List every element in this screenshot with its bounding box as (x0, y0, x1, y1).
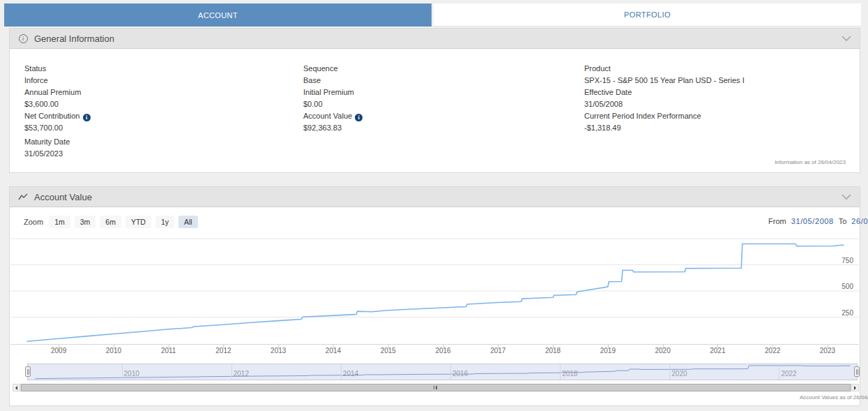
navigator-tick-label: 2012 (234, 370, 249, 378)
zoom-button-1y[interactable]: 1y (155, 216, 174, 228)
tab-bar: ACCOUNT PORTFOLIO (4, 3, 861, 27)
field-net-contribution: Net Contributioni $53,700.00 (24, 110, 303, 133)
field-label: Initial Premium (303, 87, 584, 98)
y-axis-tick-label: 500 (842, 283, 853, 290)
field-label: Annual Premium (24, 87, 303, 98)
zoom-button-3m[interactable]: 3m (75, 216, 96, 228)
field-label: Status (24, 63, 303, 75)
field-value: Base (303, 75, 584, 87)
scrollbar-grip-icon (434, 386, 437, 389)
general-information-header: i General Information (10, 29, 860, 49)
navigator-gridline (122, 364, 123, 380)
info-icon: i (18, 33, 28, 43)
info-column-1: Status Inforce Annual Premium $3,600.00 … (24, 63, 303, 160)
y-axis-tick-label: 250 (842, 309, 853, 317)
zoom-button-6m[interactable]: 6m (100, 216, 121, 228)
field-account-value: Account Valuei $92,363.83 (303, 110, 584, 133)
scrollbar-thumb[interactable] (21, 384, 851, 391)
account-value-chart-plot[interactable]: 250500750 (10, 232, 859, 344)
zoom-button-all[interactable]: All (178, 216, 198, 228)
navigator-right-handle[interactable] (854, 366, 860, 377)
field-label: Current Period Index Performance (584, 110, 846, 122)
x-axis-tick-label: 2018 (538, 347, 568, 354)
from-date-input[interactable]: 31/05/2008 (791, 217, 834, 225)
navigator-tick-label: 2020 (671, 370, 687, 378)
field-initial-premium: Initial Premium $0.00 (303, 87, 584, 110)
field-label: Account Valuei (303, 110, 584, 122)
navigator-gridline (450, 364, 451, 380)
navigator-tick-label: 2010 (124, 370, 139, 378)
tab-portfolio[interactable]: PORTFOLIO (434, 3, 861, 27)
navigator-tick-label: 2014 (343, 370, 358, 378)
navigator-gridline (669, 364, 670, 380)
to-date-input[interactable]: 26/04/2023 (851, 217, 868, 225)
navigator-gridline (779, 364, 779, 380)
field-value: $0.00 (303, 98, 584, 110)
chart-navigator[interactable]: 2010201220142016201820202022 (10, 364, 859, 380)
field-annual-premium: Annual Premium $3,600.00 (24, 87, 303, 110)
from-label: From (768, 217, 786, 225)
range-selector-row: Zoom 1m 3m 6m YTD 1y All From 31/05/2008… (10, 207, 860, 232)
field-value: SPX-15 - S&P 500 15 Year Plan USD - Seri… (584, 75, 846, 87)
collapse-chevron-icon[interactable] (842, 190, 851, 203)
navigator-tick-label: 2022 (781, 370, 796, 378)
field-value: -$1,318.49 (584, 122, 846, 134)
x-axis-tick-label: 2019 (593, 347, 623, 354)
field-status: Status Inforce (24, 63, 303, 86)
scrollbar-right-arrow-icon[interactable] (851, 384, 859, 391)
x-axis-tick-label: 2011 (153, 347, 184, 354)
x-axis-tick-label: 2022 (757, 347, 788, 354)
navigator-tick-label: 2016 (452, 370, 468, 378)
scrollbar-track[interactable] (20, 384, 851, 391)
account-value-line-series (10, 232, 859, 344)
x-axis-tick-label: 2014 (318, 347, 349, 354)
field-value: $53,700.00 (24, 122, 303, 134)
general-information-title: General Information (34, 33, 114, 44)
x-axis-tick-label: 2009 (43, 347, 74, 354)
info-column-2: Sequence Base Initial Premium $0.00 Acco… (303, 63, 584, 160)
general-information-panel: i General Information Status Inforce Ann… (9, 28, 860, 173)
navigator-gridline (560, 364, 561, 380)
account-value-title: Account Value (34, 192, 92, 202)
navigator-tick-label: 2018 (562, 370, 577, 378)
y-axis-tick-label: 750 (842, 257, 853, 264)
x-axis-tick-label: 2010 (98, 347, 129, 354)
x-axis-tick-label: 2013 (263, 347, 294, 354)
field-effective-date: Effective Date 31/05/2008 (584, 87, 846, 110)
field-label: Net Contributioni (24, 110, 303, 122)
account-value-header: Account Value (10, 187, 860, 207)
x-axis: 2009201020112012201320142015201620172018… (10, 344, 859, 357)
net-contribution-info-icon[interactable]: i (83, 114, 91, 121)
date-range-inputs: From 31/05/2008 To 26/04/2023 (768, 217, 868, 225)
navigator-left-handle[interactable] (25, 366, 31, 377)
account-value-panel: Account Value Zoom 1m 3m 6m YTD 1y All F… (9, 186, 860, 406)
information-as-of-text: Information as of 26/04/2023 (775, 159, 846, 165)
scrollbar-left-arrow-icon[interactable] (13, 384, 20, 391)
collapse-chevron-icon[interactable] (842, 32, 851, 45)
field-value: $3,600.00 (24, 98, 303, 110)
field-value: 31/05/2023 (24, 148, 303, 160)
general-information-body: Status Inforce Annual Premium $3,600.00 … (10, 49, 860, 160)
account-values-as-of-text: Account Values as of 26/04/2023 (800, 394, 868, 401)
info-column-3: Product SPX-15 - S&P 500 15 Year Plan US… (584, 63, 846, 160)
x-axis-tick-label: 2012 (208, 347, 238, 354)
x-axis-tick-label: 2017 (482, 347, 513, 354)
zoom-button-1m[interactable]: 1m (49, 216, 70, 228)
x-axis-tick-label: 2021 (702, 347, 733, 354)
x-axis-tick-label: 2020 (648, 347, 678, 354)
field-label: Sequence (303, 63, 584, 75)
account-value-info-icon[interactable]: i (355, 114, 363, 121)
zoom-label: Zoom (24, 218, 43, 226)
zoom-button-ytd[interactable]: YTD (125, 216, 151, 228)
to-label: To (839, 217, 847, 225)
field-label: Effective Date (584, 87, 846, 98)
field-maturity-date: Maturity Date 31/05/2023 (24, 136, 303, 159)
chart-scrollbar[interactable] (13, 384, 859, 391)
x-axis-tick-label: 2015 (373, 347, 404, 354)
x-axis-tick-label: 2023 (812, 347, 843, 354)
field-product: Product SPX-15 - S&P 500 15 Year Plan US… (584, 63, 846, 86)
field-value: Inforce (24, 75, 303, 87)
navigator-gridline (231, 364, 232, 380)
field-label: Maturity Date (24, 136, 303, 148)
tab-account[interactable]: ACCOUNT (4, 3, 432, 27)
